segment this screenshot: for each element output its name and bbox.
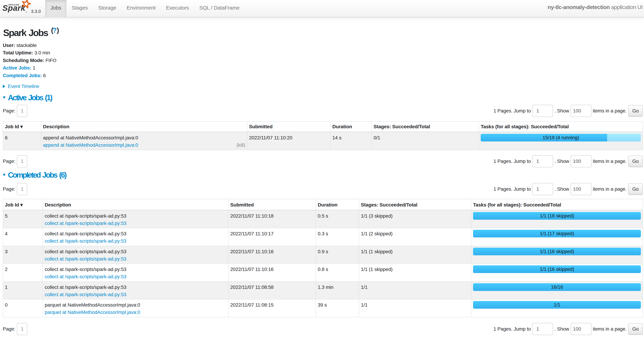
svg-text:TM: TM bbox=[26, 11, 28, 13]
svg-text:Spark: Spark bbox=[2, 3, 26, 12]
